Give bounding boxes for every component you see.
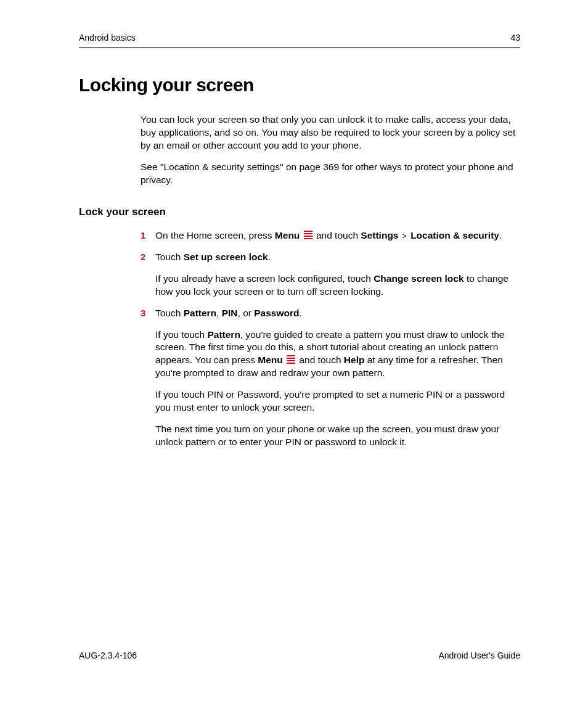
header-section: Android basics <box>79 32 136 44</box>
step-subtext: If you touch PIN or Password, you're pro… <box>155 388 520 414</box>
step-body: Touch Pattern, PIN, or Password. If you … <box>155 307 520 449</box>
menu-icon <box>304 231 312 239</box>
change-screen-lock-label: Change screen lock <box>374 273 463 284</box>
step-text: On the Home screen, press Menu and touch… <box>155 229 520 242</box>
step-item: 1 On the Home screen, press Menu and tou… <box>141 229 520 242</box>
header-rule <box>79 47 520 48</box>
text-run: . <box>268 252 271 262</box>
step-item: 3 Touch Pattern, PIN, or Password. If yo… <box>141 307 520 449</box>
step-number: 3 <box>141 307 145 319</box>
intro-block: You can lock your screen so that only yo… <box>141 113 520 187</box>
step-text: Touch Pattern, PIN, or Password. <box>155 307 520 320</box>
step-number: 2 <box>141 251 145 263</box>
pattern-label: Pattern <box>184 308 216 318</box>
running-footer: AUG-2.3.4-106 Android User's Guide <box>79 650 520 662</box>
text-run: and touch <box>296 355 344 365</box>
breadcrumb-chevron: > <box>401 232 408 240</box>
text-run: , or <box>238 308 255 318</box>
text-run: Touch <box>155 252 184 262</box>
running-header: Android basics 43 <box>79 32 520 44</box>
text-run: . <box>299 308 301 318</box>
text-run: On the Home screen, press <box>155 230 275 240</box>
step-subtext: If you touch Pattern, you're guided to c… <box>155 329 520 380</box>
document-page: Android basics 43 Locking your screen Yo… <box>0 0 588 706</box>
text-run: If you touch <box>155 329 207 340</box>
text-run: and touch <box>314 230 361 240</box>
menu-label: Menu <box>258 355 282 365</box>
text-run: If you already have a screen lock config… <box>155 273 374 284</box>
header-page-number: 43 <box>510 32 520 44</box>
step-text: Touch Set up screen lock. <box>155 251 520 264</box>
password-label: Password <box>254 308 299 318</box>
step-body: Touch Set up screen lock. If you already… <box>155 251 520 298</box>
pin-label: PIN <box>222 308 238 318</box>
help-label: Help <box>344 355 365 365</box>
location-security-label: Location & security <box>410 230 499 240</box>
menu-label: Menu <box>275 230 300 240</box>
text-run: . <box>499 230 502 240</box>
section-heading: Lock your screen <box>79 205 520 220</box>
setup-screen-lock-label: Set up screen lock <box>184 252 268 262</box>
pattern-label: Pattern <box>207 329 240 340</box>
step-subtext: If you already have a screen lock config… <box>155 273 520 298</box>
footer-doc-id: AUG-2.3.4-106 <box>79 650 137 662</box>
step-number: 1 <box>141 229 145 242</box>
footer-doc-title: Android User's Guide <box>438 650 520 662</box>
step-body: On the Home screen, press Menu and touch… <box>155 229 520 242</box>
settings-label: Settings <box>361 230 398 240</box>
intro-paragraph: See "Location & security settings" on pa… <box>141 161 520 187</box>
menu-icon <box>287 355 295 364</box>
steps-list: 1 On the Home screen, press Menu and tou… <box>141 229 520 449</box>
step-subtext: The next time you turn on your phone or … <box>155 423 520 449</box>
text-run: Touch <box>155 308 184 318</box>
text-run: , <box>216 308 222 318</box>
step-item: 2 Touch Set up screen lock. If you alrea… <box>141 251 520 298</box>
intro-paragraph: You can lock your screen so that only yo… <box>141 113 520 152</box>
page-title: Locking your screen <box>79 73 520 98</box>
